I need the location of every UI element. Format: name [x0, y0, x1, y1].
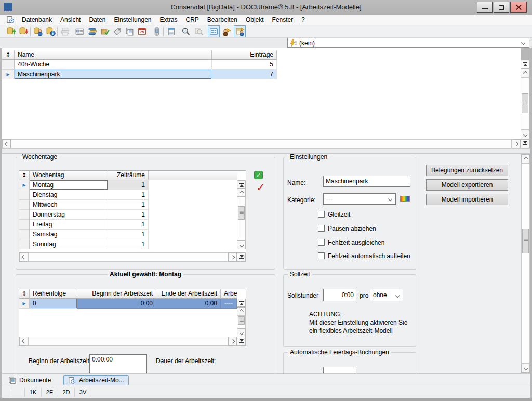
- user-group-note-toggle[interactable]: [234, 25, 246, 37]
- model-row-entries[interactable]: 5: [212, 60, 277, 70]
- scroll-left-button[interactable]: [19, 337, 28, 346]
- note-button[interactable]: [165, 25, 177, 37]
- horizontal-scrollbar-track[interactable]: [28, 252, 228, 262]
- zeitraum-schema-cell[interactable]: ----: [221, 299, 237, 309]
- row-selector[interactable]: [19, 200, 30, 210]
- scroll-down-button[interactable]: [237, 328, 246, 337]
- layers-button[interactable]: [86, 25, 98, 37]
- zeitraum-col-schema[interactable]: Arbeitszeit-Sc: [221, 289, 237, 299]
- sollstunden-input[interactable]: [323, 289, 356, 301]
- confirm-day-button[interactable]: [254, 171, 263, 179]
- pro-combobox[interactable]: ohne: [370, 289, 403, 301]
- search-button[interactable]: [180, 25, 192, 37]
- menu-ansicht[interactable]: Ansicht: [56, 15, 85, 25]
- package-check-button[interactable]: [99, 25, 111, 37]
- zeitraum-sort-header[interactable]: [19, 289, 30, 299]
- maximize-button[interactable]: [494, 2, 509, 13]
- beginn-arbeitszeit-input[interactable]: 0:00:00: [89, 354, 147, 373]
- fehlzeit-ausgleichen-checkbox[interactable]: [318, 239, 325, 246]
- scroll-up-button[interactable]: [237, 307, 246, 315]
- scroll-right-button[interactable]: [512, 139, 521, 148]
- weekday-cell[interactable]: Sonntag: [30, 239, 108, 249]
- wochentage-sort-header[interactable]: [19, 171, 30, 180]
- zeitraum-end-cell[interactable]: 0:00: [156, 299, 221, 309]
- phone-button[interactable]: [151, 25, 163, 37]
- contact-card-button[interactable]: [74, 25, 86, 37]
- menu-crp[interactable]: CRP: [182, 15, 203, 25]
- scroll-left-button[interactable]: [2, 139, 11, 148]
- periods-cell[interactable]: 1: [108, 220, 149, 230]
- user-database-button[interactable]: [32, 25, 44, 37]
- modell-importieren-button[interactable]: Modell importieren: [426, 194, 508, 205]
- user-forward-button[interactable]: [221, 25, 233, 37]
- scroll-up-button[interactable]: [237, 189, 246, 197]
- scroll-to-bottom-button[interactable]: [237, 337, 246, 346]
- database-export-button[interactable]: [18, 25, 30, 37]
- row-selector[interactable]: [19, 210, 30, 220]
- scroll-down-button[interactable]: [521, 364, 530, 373]
- scroll-to-top-button[interactable]: [521, 60, 529, 69]
- periods-cell[interactable]: 1: [108, 190, 149, 200]
- tab-dokumente[interactable]: Dokumente: [4, 375, 55, 385]
- scroll-left-button[interactable]: [19, 252, 28, 262]
- filter-combobox[interactable]: (kein): [287, 38, 529, 48]
- row-selector-active[interactable]: [19, 180, 30, 190]
- zeitraum-start-cell[interactable]: 0:00: [77, 299, 156, 309]
- model-row-entries-selected[interactable]: 7: [212, 70, 277, 79]
- vertical-scrollbar-track[interactable]: [521, 163, 530, 364]
- wochentage-col-day[interactable]: Wochentag: [30, 171, 108, 180]
- menu-einstellungen[interactable]: Einstellungen: [110, 15, 155, 25]
- filter-dropdown-icon[interactable]: [521, 41, 525, 45]
- belegungen-zuruecksetzen-button[interactable]: Belegungen zurücksetzen: [426, 165, 508, 176]
- periods-cell[interactable]: 1: [108, 200, 149, 210]
- models-col-name[interactable]: Name: [15, 50, 212, 60]
- scroll-up-button[interactable]: [521, 154, 530, 163]
- form-view-toggle[interactable]: [208, 25, 220, 37]
- scroll-right-button[interactable]: [228, 252, 237, 262]
- row-selector[interactable]: [19, 239, 30, 249]
- scroll-to-bottom-button[interactable]: [237, 252, 246, 262]
- weekday-cell[interactable]: Mittwoch: [30, 200, 108, 210]
- vertical-scrollbar-thumb[interactable]: [238, 316, 245, 325]
- scroll-to-top-button[interactable]: [237, 299, 246, 307]
- scroll-to-bottom-button[interactable]: [521, 139, 529, 148]
- pausen-abziehen-checkbox[interactable]: [318, 225, 325, 232]
- row-selector-active[interactable]: [19, 299, 30, 309]
- close-button[interactable]: [510, 2, 527, 13]
- models-col-entries[interactable]: Einträge: [212, 50, 277, 60]
- minimize-button[interactable]: [477, 2, 493, 13]
- vertical-scrollbar-thumb[interactable]: [522, 93, 528, 113]
- vertical-scrollbar-thumb[interactable]: [522, 229, 529, 253]
- periods-cell-selected[interactable]: 1: [108, 180, 149, 190]
- documents-button[interactable]: [124, 25, 136, 37]
- scroll-to-top-button[interactable]: [237, 180, 246, 189]
- horizontal-scrollbar-track[interactable]: [11, 139, 512, 148]
- menu-extras[interactable]: Extras: [156, 15, 182, 25]
- row-selector-active[interactable]: [2, 70, 15, 79]
- weekday-cell[interactable]: Dienstag: [30, 190, 108, 200]
- database-import-button[interactable]: [5, 25, 17, 37]
- menu-datenbank[interactable]: Datenbank: [18, 15, 56, 25]
- weekday-cell[interactable]: Samstag: [30, 230, 108, 239]
- color-picker-icon[interactable]: [400, 196, 410, 202]
- periods-cell[interactable]: 1: [108, 239, 149, 249]
- zeitraum-order-cell[interactable]: 0: [30, 299, 77, 309]
- wochentage-col-periods[interactable]: Zeiträume: [108, 171, 149, 180]
- tab-arbeitszeit-modelle[interactable]: Arbeitszeit-Mo...: [63, 375, 129, 385]
- periods-cell[interactable]: 1: [108, 230, 149, 239]
- splitter[interactable]: [2, 148, 530, 154]
- vertical-scrollbar-thumb[interactable]: [238, 206, 245, 220]
- name-input[interactable]: [323, 176, 410, 187]
- zeitraum-col-start[interactable]: Beginn der Arbeitszeit: [77, 289, 156, 299]
- scroll-up-button[interactable]: [521, 69, 529, 77]
- feiertage-input-clipped[interactable]: [323, 367, 356, 373]
- model-row-name-selected[interactable]: Maschinenpark: [15, 70, 212, 79]
- kategorie-combobox[interactable]: ---: [323, 193, 396, 205]
- horizontal-scrollbar-track[interactable]: [28, 337, 228, 346]
- mdi-document-icon[interactable]: [6, 16, 15, 24]
- scroll-down-button[interactable]: [521, 130, 529, 139]
- row-selector[interactable]: [19, 230, 30, 239]
- scroll-right-button[interactable]: [228, 337, 237, 346]
- database-info-button[interactable]: [45, 25, 57, 37]
- menu-fenster[interactable]: Fenster: [268, 15, 298, 25]
